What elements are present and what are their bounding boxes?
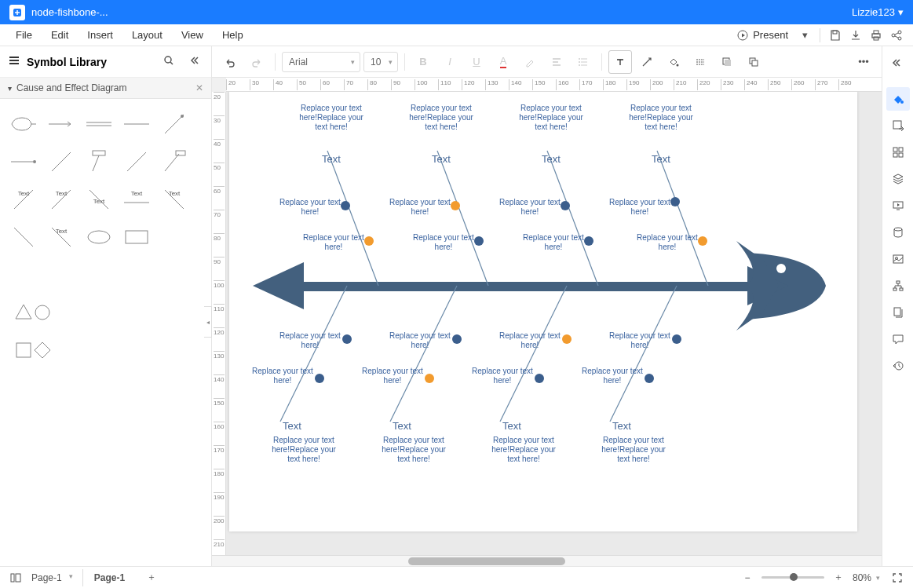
cause-node[interactable] bbox=[670, 197, 680, 206]
shape-diag-dot[interactable] bbox=[155, 105, 193, 143]
shape-diamond[interactable] bbox=[24, 331, 61, 369]
data-icon[interactable] bbox=[886, 221, 910, 244]
export-icon[interactable] bbox=[845, 25, 866, 46]
shape-diag2[interactable] bbox=[118, 143, 155, 181]
horizontal-scrollbar[interactable] bbox=[212, 555, 882, 566]
menu-help[interactable]: Help bbox=[213, 26, 253, 44]
shape-diag-text3[interactable]: Text bbox=[80, 181, 118, 218]
font-size-select[interactable]: 10 bbox=[363, 52, 398, 72]
menu-file[interactable]: File bbox=[6, 26, 42, 44]
more-button[interactable]: ••• bbox=[852, 50, 875, 74]
slideshow-icon[interactable] bbox=[886, 194, 910, 217]
highlight-button[interactable] bbox=[518, 50, 542, 74]
fullscreen-icon[interactable] bbox=[888, 568, 907, 587]
cause-title[interactable]: Text bbox=[393, 420, 411, 432]
expand-panel-icon[interactable] bbox=[886, 51, 910, 75]
save-icon[interactable] bbox=[825, 25, 845, 46]
menu-view[interactable]: View bbox=[172, 26, 213, 44]
arrange-button[interactable] bbox=[742, 50, 765, 74]
grid-icon[interactable] bbox=[886, 141, 910, 164]
shape-line-arrow[interactable] bbox=[42, 105, 80, 143]
cause-node[interactable] bbox=[425, 374, 434, 383]
theme-icon[interactable] bbox=[886, 87, 910, 111]
cause-item[interactable]: Replace your text here! bbox=[279, 198, 341, 217]
add-page-button[interactable]: ＋ bbox=[142, 568, 161, 587]
cause-header[interactable]: Replace your text here!Replace your text… bbox=[512, 104, 590, 132]
zoom-slider[interactable] bbox=[761, 576, 824, 579]
cause-header[interactable]: Replace your text here!Replace your text… bbox=[402, 104, 480, 132]
cause-header[interactable]: Replace your text here!Replace your text… bbox=[265, 436, 343, 464]
tree-icon[interactable] bbox=[886, 274, 910, 298]
cause-header[interactable]: Replace your text here!Replace your text… bbox=[292, 104, 371, 132]
shape-circle[interactable] bbox=[24, 294, 61, 331]
cause-title[interactable]: Text bbox=[283, 420, 301, 432]
cause-header[interactable]: Replace your text here!Replace your text… bbox=[622, 104, 700, 132]
font-select[interactable]: Arial bbox=[282, 52, 360, 72]
menu-layout[interactable]: Layout bbox=[122, 26, 172, 44]
cause-item[interactable]: Replace your text here! bbox=[498, 331, 561, 350]
cause-item[interactable]: Replace your text here! bbox=[412, 233, 475, 252]
cause-node[interactable] bbox=[698, 236, 707, 246]
cause-title[interactable]: Text bbox=[652, 153, 670, 165]
cause-node[interactable] bbox=[315, 374, 324, 383]
underline-button[interactable]: U bbox=[465, 50, 488, 74]
cause-node[interactable] bbox=[341, 201, 350, 210]
cause-header[interactable]: Replace your text here!Replace your text… bbox=[484, 436, 563, 464]
shape-line-text[interactable]: Text bbox=[118, 181, 155, 218]
cause-item[interactable]: Replace your text here! bbox=[389, 331, 451, 350]
italic-button[interactable]: I bbox=[438, 50, 462, 74]
cause-node[interactable] bbox=[474, 236, 484, 246]
cause-item[interactable]: Replace your text here! bbox=[279, 331, 341, 350]
page-tab[interactable]: Page-1 bbox=[82, 569, 136, 586]
insert-icon[interactable] bbox=[886, 114, 910, 137]
sidebar-collapse-handle[interactable]: ◂ bbox=[204, 306, 212, 338]
text-tool-button[interactable] bbox=[608, 50, 632, 74]
cause-node[interactable] bbox=[364, 236, 374, 246]
shadow-button[interactable] bbox=[715, 50, 739, 74]
shape-line[interactable] bbox=[118, 105, 155, 143]
list-button[interactable] bbox=[572, 50, 595, 74]
shape-diag1[interactable] bbox=[42, 143, 80, 181]
layers-icon[interactable] bbox=[886, 167, 910, 191]
collapse-sidebar-icon[interactable] bbox=[184, 51, 203, 73]
present-button[interactable]: Present bbox=[731, 26, 794, 44]
shape-diag-box[interactable] bbox=[155, 143, 193, 181]
cause-item[interactable]: Replace your text here! bbox=[389, 198, 451, 217]
cause-node[interactable] bbox=[672, 334, 681, 344]
connector-button[interactable] bbox=[635, 50, 659, 74]
cause-node[interactable] bbox=[645, 374, 654, 383]
cause-item[interactable]: Replace your text here! bbox=[251, 367, 314, 385]
print-icon[interactable] bbox=[866, 25, 886, 46]
cause-item[interactable]: Replace your text here! bbox=[361, 367, 424, 385]
cause-item[interactable]: Replace your text here! bbox=[498, 198, 561, 217]
menu-insert[interactable]: Insert bbox=[78, 26, 122, 44]
shape-diag-text5[interactable]: Text bbox=[42, 218, 80, 256]
close-category-icon[interactable]: ✕ bbox=[195, 82, 203, 93]
cause-item[interactable]: Replace your text here! bbox=[608, 198, 671, 217]
text-color-button[interactable]: A bbox=[491, 50, 515, 74]
cause-node[interactable] bbox=[452, 334, 462, 344]
undo-button[interactable] bbox=[218, 50, 242, 74]
comment-icon[interactable] bbox=[886, 327, 910, 351]
zoom-in-button[interactable]: ＋ bbox=[829, 568, 848, 587]
scrollbar-thumb[interactable] bbox=[408, 557, 565, 565]
cause-title[interactable]: Text bbox=[432, 153, 451, 165]
history-icon[interactable] bbox=[886, 354, 910, 378]
cause-item[interactable]: Replace your text here! bbox=[636, 233, 699, 252]
shape-diag-text4[interactable]: Text bbox=[155, 181, 193, 218]
search-icon[interactable] bbox=[159, 51, 178, 73]
cause-node[interactable] bbox=[451, 201, 460, 210]
image-icon[interactable] bbox=[886, 247, 910, 271]
fill-button[interactable] bbox=[662, 50, 685, 74]
shape-diag-rect[interactable] bbox=[80, 143, 118, 181]
cause-node[interactable] bbox=[562, 334, 572, 344]
cause-node[interactable] bbox=[561, 201, 570, 210]
cause-title[interactable]: Text bbox=[322, 153, 341, 165]
cause-item[interactable]: Replace your text here! bbox=[608, 331, 671, 350]
cause-item[interactable]: Replace your text here! bbox=[471, 367, 534, 385]
shape-diag-text2[interactable]: Text bbox=[42, 181, 80, 218]
cause-title[interactable]: Text bbox=[612, 420, 631, 432]
shape-ellipse[interactable] bbox=[80, 218, 118, 256]
cause-node[interactable] bbox=[342, 334, 352, 344]
outline-view-icon[interactable] bbox=[6, 568, 25, 587]
